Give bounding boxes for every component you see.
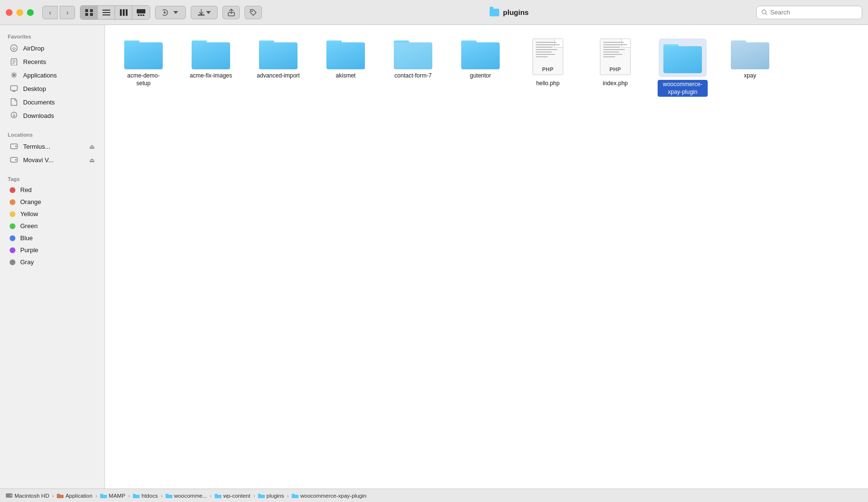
sidebar-item-tag-green[interactable]: Green xyxy=(2,220,103,232)
sidebar-item-tag-red[interactable]: Red xyxy=(2,184,103,196)
sidebar-item-airdrop[interactable]: AirDrop xyxy=(2,41,103,55)
breadcrumb-woocommerce-xpay-plugin[interactable]: woocommerce-xpay-plugin xyxy=(292,493,366,499)
applications-label: Applications xyxy=(23,72,57,79)
file-item-gutentor[interactable]: gutentor xyxy=(452,35,509,101)
breadcrumb-woocomme[interactable]: woocomme... xyxy=(166,493,207,499)
sidebar-item-desktop[interactable]: Desktop xyxy=(2,82,103,95)
group-button[interactable] xyxy=(155,6,186,19)
breadcrumb-macintosh-hd[interactable]: Macintosh HD xyxy=(6,493,49,499)
share-button[interactable] xyxy=(222,6,240,19)
yellow-tag-label: Yellow xyxy=(20,210,38,218)
downloads-icon xyxy=(10,111,18,120)
svg-rect-8 xyxy=(123,9,125,16)
file-label-gutentor: gutentor xyxy=(470,72,491,80)
sidebar-item-termius[interactable]: Termius... ⏏ xyxy=(2,140,103,153)
hd-icon xyxy=(6,493,13,498)
file-item-contact-form-7[interactable]: contact-form-7 xyxy=(384,35,442,101)
close-button[interactable] xyxy=(6,9,13,16)
documents-label: Documents xyxy=(23,99,55,106)
breadcrumb-wp-content-label: wp-content xyxy=(223,493,250,499)
file-item-index-php[interactable]: PHP index.php xyxy=(586,35,644,101)
sidebar: Favorites AirDrop Recents xyxy=(0,25,105,489)
blue-tag-label: Blue xyxy=(20,234,33,242)
red-tag-dot xyxy=(10,187,15,193)
file-item-acme-demo-setup[interactable]: acme-demo-setup xyxy=(115,35,172,101)
file-item-xpay[interactable]: xpay xyxy=(721,35,779,101)
breadcrumb-application[interactable]: Application xyxy=(57,493,92,499)
sidebar-item-tag-blue[interactable]: Blue xyxy=(2,232,103,244)
search-bar[interactable] xyxy=(756,6,862,19)
file-label-akismet: akismet xyxy=(336,72,355,80)
movavi-eject-button[interactable]: ⏏ xyxy=(89,156,95,164)
file-item-acme-fix-images[interactable]: acme-fix-images xyxy=(182,35,240,101)
list-view-button[interactable] xyxy=(98,6,115,19)
woocomme-folder-icon xyxy=(166,493,172,498)
svg-point-17 xyxy=(251,11,253,12)
title-bar: ‹ › xyxy=(0,0,868,25)
breadcrumb-wp-content[interactable]: wp-content xyxy=(215,493,250,499)
locations-section-title: Locations xyxy=(0,128,104,140)
sidebar-item-tag-orange[interactable]: Orange xyxy=(2,196,103,208)
sidebar-item-documents[interactable]: Documents xyxy=(2,95,103,109)
breadcrumb-sep-5: › xyxy=(210,493,212,499)
sidebar-item-tag-yellow[interactable]: Yellow xyxy=(2,208,103,220)
breadcrumb-sep-6: › xyxy=(253,493,255,499)
maximize-button[interactable] xyxy=(27,9,34,16)
breadcrumb-sep-3: › xyxy=(128,493,130,499)
orange-tag-label: Orange xyxy=(20,198,41,206)
sidebar-item-applications[interactable]: Applications xyxy=(2,68,103,82)
title-area: plugins xyxy=(267,8,751,16)
breadcrumb-sep-7: › xyxy=(287,493,289,499)
file-label-xpay: xpay xyxy=(744,72,756,80)
sidebar-item-tag-purple[interactable]: Purple xyxy=(2,244,103,256)
window-controls xyxy=(6,9,34,16)
svg-rect-4 xyxy=(103,10,110,11)
back-button[interactable]: ‹ xyxy=(42,6,58,19)
sidebar-item-movavi[interactable]: Movavi V... ⏏ xyxy=(2,153,103,167)
tag-button[interactable] xyxy=(245,6,262,19)
svg-rect-9 xyxy=(126,9,128,16)
file-item-hello-php[interactable]: PHP hello.php xyxy=(519,35,577,101)
movavi-label: Movavi V... xyxy=(23,156,53,164)
svg-rect-10 xyxy=(137,9,145,13)
svg-rect-29 xyxy=(11,86,17,90)
termius-eject-button[interactable]: ⏏ xyxy=(89,143,95,150)
sidebar-item-tag-gray[interactable]: Gray xyxy=(2,256,103,268)
search-input[interactable] xyxy=(770,9,857,16)
svg-rect-2 xyxy=(85,13,88,16)
file-item-advanced-import[interactable]: advanced-import xyxy=(249,35,307,101)
file-label-woocommerce-xpay-plugin: woocommerce-xpay-plugin xyxy=(658,80,708,97)
folder-icon-woocommerce xyxy=(659,39,707,77)
red-tag-label: Red xyxy=(20,186,32,193)
downloads-label: Downloads xyxy=(23,112,54,119)
folder-icon-contact-form-7 xyxy=(394,39,432,69)
breadcrumb-mamp[interactable]: MAMP xyxy=(100,493,126,499)
file-grid: acme-demo-setup acme-fix-images advanced… xyxy=(115,35,858,101)
minimize-button[interactable] xyxy=(16,9,23,16)
breadcrumb-woocomme-label: woocomme... xyxy=(174,493,207,499)
folder-icon-advanced-import xyxy=(259,39,298,69)
svg-rect-6 xyxy=(103,14,110,15)
breadcrumb-sep-2: › xyxy=(95,493,97,499)
airdrop-icon xyxy=(10,44,18,52)
breadcrumb-htdocs[interactable]: htdocs xyxy=(133,493,158,499)
desktop-label: Desktop xyxy=(23,85,46,92)
gallery-view-button[interactable] xyxy=(132,6,150,19)
breadcrumb-htdocs-label: htdocs xyxy=(142,493,158,499)
green-tag-label: Green xyxy=(20,222,38,230)
action-button[interactable] xyxy=(191,6,218,19)
forward-button[interactable]: › xyxy=(60,6,75,19)
svg-rect-5 xyxy=(103,12,110,13)
column-view-button[interactable] xyxy=(115,6,132,19)
sidebar-item-downloads[interactable]: Downloads xyxy=(2,109,103,122)
breadcrumb-mamp-label: MAMP xyxy=(109,493,126,499)
breadcrumb-sep-1: › xyxy=(52,493,54,499)
file-item-woocommerce-xpay-plugin[interactable]: woocommerce-xpay-plugin xyxy=(654,35,712,101)
nav-buttons: ‹ › xyxy=(42,6,75,19)
file-item-akismet[interactable]: akismet xyxy=(317,35,375,101)
svg-rect-12 xyxy=(140,14,142,16)
icon-view-button[interactable] xyxy=(80,6,98,19)
file-label-acme-demo-setup: acme-demo-setup xyxy=(127,72,159,87)
sidebar-item-recents[interactable]: Recents xyxy=(2,55,103,68)
breadcrumb-plugins[interactable]: plugins xyxy=(258,493,284,499)
